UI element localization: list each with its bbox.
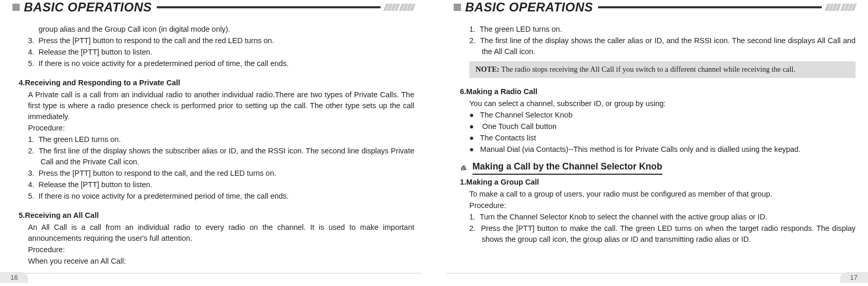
page-number: 16 xyxy=(0,272,28,283)
square-marker-icon xyxy=(454,4,461,11)
body-text: Procedure: xyxy=(460,200,856,211)
header-rule-icon xyxy=(157,6,381,8)
footer-rule-icon xyxy=(12,273,422,274)
svg-point-0 xyxy=(465,168,466,170)
subsection-row: Making a Call by the Channel Selector Kn… xyxy=(460,160,856,175)
list-item: 5. If there is no voice activity for a p… xyxy=(19,191,414,202)
bullet-item: ● One Touch Call button xyxy=(460,121,856,132)
slash-decor-icon xyxy=(385,4,414,11)
list-item: 5. If there is no voice activity for a p… xyxy=(19,58,414,69)
body-text: Procedure: xyxy=(19,123,414,134)
subsection-title: Making a Call by the Channel Selector Kn… xyxy=(472,160,662,175)
content-right: 1. The green LED turns on. 2. The first … xyxy=(454,24,856,245)
list-item: 1. Turn the Channel Selector Knob to sel… xyxy=(460,212,856,223)
slash-decor-icon xyxy=(826,4,856,11)
body-text: When you receive an All Call: xyxy=(19,256,414,267)
header-row: BASIC OPERATIONS xyxy=(454,0,856,15)
note-label: NOTE: xyxy=(476,65,501,73)
body-text: group alias and the Group Call icon (in … xyxy=(19,24,414,35)
list-item: 2. The first line of the display shows t… xyxy=(460,35,856,57)
note-box: NOTE: The radio stops receiving the All … xyxy=(469,61,856,78)
bullet-item: ● The Channel Selector Knob xyxy=(460,110,856,121)
body-text: To make a call to a group of users, your… xyxy=(460,189,856,200)
section-heading: 1.Making a Group Call xyxy=(460,177,856,188)
page-title: BASIC OPERATIONS xyxy=(465,0,593,15)
square-marker-icon xyxy=(12,4,20,11)
list-item: 1. The green LED turns on. xyxy=(19,134,414,145)
footer-rule-icon xyxy=(446,273,856,274)
body-text: You can select a channel, subscriber ID,… xyxy=(460,98,856,109)
header-row: BASIC OPERATIONS xyxy=(12,0,414,15)
list-item: 4. Release the [PTT] button to listen. xyxy=(19,47,414,58)
body-text: An All Call is a call from an individual… xyxy=(19,222,414,244)
body-text: A Private call is a call from an individ… xyxy=(19,89,414,122)
body-text: Procedure: xyxy=(19,244,414,255)
radio-wave-icon xyxy=(460,163,469,172)
list-item: 1. The green LED turns on. xyxy=(460,24,856,35)
list-item: 2. Press the [PTT] button to make the ca… xyxy=(460,223,856,245)
page-left: BASIC OPERATIONS group alias and the Gro… xyxy=(0,0,434,286)
bullet-item: ● Manual Dial (via Contacts)--This metho… xyxy=(460,144,856,155)
note-text: The radio stops receiving the All Call i… xyxy=(501,65,796,73)
list-item: 3. Press the [PTT] button to respond to … xyxy=(19,168,414,179)
list-item: 4. Release the [PTT] button to listen. xyxy=(19,179,414,190)
section-heading: 5.Receiving an All Call xyxy=(19,210,414,221)
header-rule-icon xyxy=(598,6,822,8)
page-number: 17 xyxy=(840,272,868,283)
bullet-item: ● The Contacts list xyxy=(460,133,856,144)
page-right: BASIC OPERATIONS 1. The green LED turns … xyxy=(434,0,868,286)
list-item: 2. The first line of the display shows t… xyxy=(19,146,414,167)
list-item: 3. Press the [PTT] button to respond to … xyxy=(19,35,414,46)
page-title: BASIC OPERATIONS xyxy=(24,0,152,15)
section-heading: 4.Receiving and Responding to a Private … xyxy=(19,77,414,88)
section-heading: 6.Making a Radio Call xyxy=(460,86,856,97)
content-left: group alias and the Group Call icon (in … xyxy=(12,24,414,267)
